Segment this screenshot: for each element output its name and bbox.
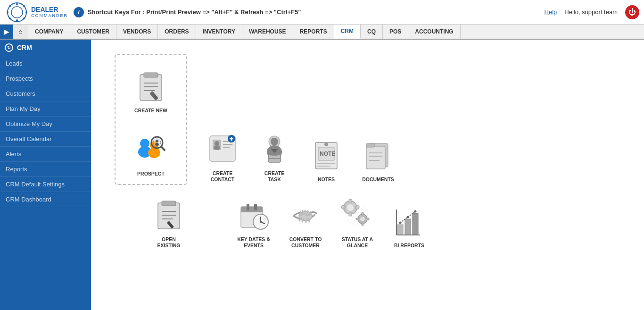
svg-rect-11 (144, 73, 158, 77)
nav-prev-arrow[interactable]: ▶ (0, 25, 13, 39)
sidebar-item-leads[interactable]: Leads (0, 56, 91, 71)
svg-point-90 (399, 221, 402, 224)
convert-to-customer-icon (288, 197, 323, 233)
svg-point-5 (25, 11, 27, 13)
icon-content-area: CREATE NEW (105, 49, 630, 256)
convert-to-customer-button[interactable]: CONVERT TOCUSTOMER (280, 194, 331, 251)
nav-orders[interactable]: ORDERS (158, 25, 196, 39)
nav-vendors[interactable]: VENDORS (116, 25, 158, 39)
nav-reports[interactable]: REPORTS (293, 25, 334, 39)
sidebar-item-alerts[interactable]: Alerts (0, 147, 91, 162)
sidebar-item-optimize-my-day[interactable]: Optimize My Day (0, 117, 91, 132)
create-contact-label: CREATECONTACT (211, 170, 235, 183)
svg-point-8 (23, 5, 25, 7)
crm-refresh-icon: ↻ (5, 43, 13, 52)
nav-customer[interactable]: CUSTOMER (70, 25, 116, 39)
svg-rect-63 (254, 204, 257, 210)
nav-cq[interactable]: CQ (361, 25, 383, 39)
logo-text-block: DEALER COMMANDER (31, 6, 68, 18)
open-existing-icon (151, 197, 187, 233)
svg-point-9 (9, 17, 11, 19)
svg-point-91 (407, 216, 409, 218)
navbar: ▶ ⌂ COMPANY CUSTOMER VENDORS ORDERS INVE… (0, 25, 644, 40)
svg-rect-86 (405, 219, 411, 235)
create-new-label: CREATE NEW (134, 108, 167, 114)
svg-rect-55 (162, 201, 176, 206)
bi-reports-button[interactable]: BI REPORTS (383, 194, 435, 251)
main-content: CREATE NEW (91, 40, 644, 310)
documents-icon (361, 137, 396, 173)
prospect-label: PROSPECT (137, 171, 165, 177)
sidebar-item-reports[interactable]: Reports (0, 162, 91, 177)
svg-point-28 (215, 141, 219, 146)
svg-rect-49 (366, 146, 385, 169)
svg-rect-85 (397, 225, 403, 235)
svg-point-20 (148, 148, 160, 158)
logo: DEALER COMMANDER (5, 2, 68, 22)
sidebar-item-crm-default-settings[interactable]: CRM Default Settings (0, 177, 91, 192)
nav-home-button[interactable]: ⌂ (13, 25, 28, 39)
svg-point-92 (414, 210, 417, 212)
help-link[interactable]: Help (545, 8, 557, 16)
svg-point-6 (9, 5, 11, 7)
sidebar: ↻ CRM Leads Prospects Customers Plan My … (0, 40, 91, 310)
power-button[interactable]: ⏻ (625, 5, 639, 19)
svg-point-25 (155, 143, 159, 146)
logo-sub: COMMANDER (31, 13, 68, 18)
create-contact-icon (205, 131, 240, 167)
svg-rect-10 (140, 75, 162, 101)
prospect-button[interactable]: PROSPECT (125, 123, 177, 179)
status-at-a-glance-button[interactable]: STATUS AT AGLANCE (331, 194, 383, 251)
nav-inventory[interactable]: INVENTORY (196, 25, 242, 39)
bi-reports-label: BI REPORTS (394, 243, 424, 249)
info-icon: i (74, 7, 84, 17)
sidebar-item-plan-my-day[interactable]: Plan My Day (0, 101, 91, 117)
svg-point-1 (11, 7, 23, 18)
notes-icon: NOTE (309, 137, 344, 173)
create-new-button[interactable]: CREATE NEW (125, 59, 177, 116)
nav-accounting[interactable]: ACCOUNTING (408, 25, 460, 39)
create-task-label: CREATETASK (264, 170, 284, 183)
nav-crm[interactable]: CRM (334, 25, 361, 39)
open-existing-button[interactable]: OPENEXISTING (143, 194, 195, 251)
documents-button[interactable]: DOCUMENTS (352, 128, 404, 185)
spacer: OPENEXISTING (115, 194, 228, 251)
svg-rect-73 (349, 212, 352, 216)
svg-point-43 (324, 142, 328, 146)
status-at-a-glance-label: STATUS AT AGLANCE (342, 236, 373, 249)
svg-point-29 (214, 145, 220, 150)
create-task-button[interactable]: CREATETASK (248, 128, 300, 185)
sidebar-header: ↻ CRM (0, 40, 91, 56)
svg-text:NOTE: NOTE (320, 151, 335, 157)
sidebar-item-customers[interactable]: Customers (0, 86, 91, 101)
nav-warehouse[interactable]: WAREHOUSE (242, 25, 293, 39)
create-contact-button[interactable]: CREATECONTACT (197, 128, 248, 185)
svg-rect-83 (356, 218, 359, 220)
notes-label: NOTES (318, 176, 335, 183)
logo-icon (5, 2, 29, 22)
svg-point-71 (347, 204, 354, 211)
nav-company[interactable]: COMPANY (28, 25, 70, 39)
prospect-icon (133, 132, 169, 167)
svg-point-3 (16, 19, 18, 21)
svg-point-24 (156, 140, 158, 142)
svg-rect-61 (241, 207, 263, 212)
sidebar-title: CRM (17, 44, 32, 51)
key-dates-label: KEY DATES &EVENTS (237, 236, 270, 249)
dashed-group-box: CREATE NEW (115, 54, 187, 185)
shortcut-text: Shortcut Keys For : Print/Print Preview … (88, 8, 301, 16)
documents-label: DOCUMENTS (362, 176, 394, 183)
top-icon-row: CREATE NEW (115, 54, 620, 185)
svg-point-68 (260, 221, 262, 223)
create-task-icon (257, 131, 292, 167)
svg-rect-50 (366, 143, 375, 147)
sidebar-item-prospects[interactable]: Prospects (0, 71, 91, 86)
svg-point-79 (360, 217, 365, 221)
nav-pos[interactable]: POS (383, 25, 408, 39)
svg-rect-72 (349, 199, 352, 203)
key-dates-button[interactable]: KEY DATES &EVENTS (228, 194, 280, 251)
logo-main: DEALER (31, 6, 68, 13)
sidebar-item-overall-calendar[interactable]: Overall Calendar (0, 132, 91, 147)
sidebar-item-crm-dashboard[interactable]: CRM Dashboard (0, 192, 91, 207)
notes-button[interactable]: NOTE NOTES (300, 128, 352, 185)
